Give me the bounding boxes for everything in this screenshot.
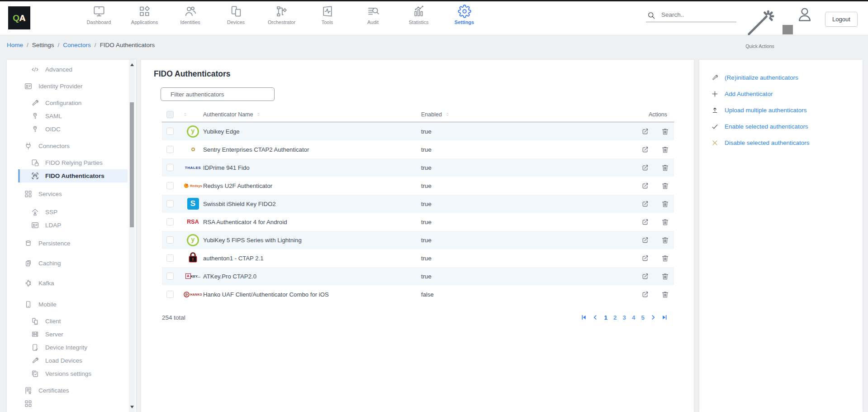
- open-detail-icon[interactable]: [641, 182, 650, 190]
- row-checkbox[interactable]: [166, 273, 174, 280]
- nav-item-statistics[interactable]: Statistics: [396, 5, 441, 25]
- logout-button[interactable]: Logout: [825, 12, 858, 27]
- open-detail-icon[interactable]: [641, 272, 650, 281]
- sidebar-item-load-devices[interactable]: Load Devices: [7, 354, 136, 367]
- pagination-last-icon[interactable]: [661, 314, 668, 321]
- select-all-checkbox[interactable]: [166, 111, 174, 118]
- sidebar-item-ldap[interactable]: LDAP: [7, 219, 136, 232]
- scroll-down-arrow-icon[interactable]: [130, 406, 134, 408]
- brand-logo[interactable]: QA: [8, 6, 30, 29]
- delete-icon[interactable]: [661, 127, 669, 136]
- sidebar-item-kafka[interactable]: Kafka: [7, 277, 136, 290]
- action-link-label: Add Authenticator: [725, 91, 773, 97]
- sidebar-item-device-integrity[interactable]: Device Integrity: [7, 341, 136, 354]
- pagination-page-5[interactable]: 5: [640, 314, 645, 321]
- sort-icon[interactable]: [183, 111, 188, 118]
- delete-icon[interactable]: [661, 290, 669, 299]
- nav-item-identities[interactable]: Identities: [167, 5, 213, 25]
- action-link-label: Enable selected authenticators: [725, 123, 808, 130]
- column-header-name[interactable]: Authenticator Name: [203, 111, 421, 118]
- sidebar-item-versions-settings[interactable]: Versions settings: [7, 367, 136, 380]
- sidebar-item-services[interactable]: Services: [7, 187, 136, 201]
- open-detail-icon[interactable]: [641, 290, 650, 299]
- authenticator-name: ATKey.Pro CTAP2.0: [203, 273, 421, 280]
- breadcrumb-home[interactable]: Home: [7, 42, 23, 48]
- sidebar-item-fido-authenticators[interactable]: FIDO Authenticators: [18, 169, 128, 182]
- delete-icon[interactable]: [661, 145, 669, 154]
- sidebar-item-server[interactable]: Server: [7, 328, 136, 341]
- sidebar-item-label: Certificates: [38, 387, 69, 394]
- sidebar-item-ssp[interactable]: SSP: [7, 206, 136, 219]
- nav-item-applications[interactable]: Applications: [122, 5, 167, 25]
- row-checkbox[interactable]: [166, 218, 174, 225]
- sidebar-item-label: SSP: [45, 209, 57, 216]
- row-checkbox[interactable]: [166, 128, 174, 135]
- delete-icon[interactable]: [661, 200, 669, 208]
- sidebar-scrollbar[interactable]: [129, 60, 135, 412]
- pagination-prev-icon[interactable]: [592, 314, 599, 321]
- flag-placeholder[interactable]: [783, 25, 793, 34]
- scroll-up-arrow-icon[interactable]: [130, 63, 134, 66]
- nav-item-orchestrator[interactable]: Orchestrator: [259, 5, 304, 25]
- sidebar-item-fido-relying-parties[interactable]: FIDO Relying Parties: [7, 156, 136, 169]
- pagination-page-2[interactable]: 2: [612, 314, 618, 321]
- sidebar-item-connectors[interactable]: Connectors: [7, 139, 136, 153]
- delete-icon[interactable]: [661, 272, 669, 281]
- open-detail-icon[interactable]: [641, 236, 650, 244]
- enabled-value: true: [421, 255, 641, 262]
- row-checkbox[interactable]: [166, 146, 174, 153]
- scrollbar-thumb[interactable]: [130, 102, 134, 227]
- sidebar-item-item[interactable]: [7, 397, 136, 410]
- open-detail-icon[interactable]: [641, 163, 650, 172]
- search-input[interactable]: [646, 9, 736, 22]
- sidebar-item-advanced[interactable]: Advanced: [7, 63, 136, 76]
- open-detail-icon[interactable]: [641, 145, 650, 154]
- breadcrumb-conectors[interactable]: Conectors: [63, 42, 91, 48]
- pagination-first-icon[interactable]: [580, 314, 588, 321]
- sidebar-item-configuration[interactable]: Configuration: [7, 96, 136, 110]
- nav-item-audit[interactable]: Audit: [350, 5, 396, 25]
- open-detail-icon[interactable]: [641, 218, 650, 226]
- row-checkbox[interactable]: [166, 182, 174, 189]
- breadcrumb-fido-authenticators: FIDO Authenticators: [100, 42, 155, 48]
- sidebar-item-saml[interactable]: SAML: [7, 110, 136, 123]
- pagination-next-icon[interactable]: [650, 314, 657, 321]
- pagination-page-4[interactable]: 4: [631, 314, 636, 321]
- action-link-disable-selected-authenticators[interactable]: Disable selected authenticators: [711, 134, 863, 151]
- authenton-logo: [188, 252, 198, 264]
- sidebar-item-oidc[interactable]: OIDC: [7, 123, 136, 136]
- sidebar-item-persistence[interactable]: Persistence: [7, 237, 136, 250]
- delete-icon[interactable]: [661, 163, 669, 172]
- delete-icon[interactable]: [661, 218, 669, 226]
- sidebar-item-mobile[interactable]: Mobile: [7, 298, 136, 311]
- delete-icon[interactable]: [661, 254, 669, 263]
- sidebar-item-client[interactable]: Client: [7, 315, 136, 328]
- quick-actions-button[interactable]: Quick Actions: [743, 6, 777, 49]
- nav-item-tools[interactable]: Tools: [304, 5, 350, 25]
- action-link-re-initialize-authenticators[interactable]: (Re)initialize authenticators: [711, 69, 863, 86]
- sidebar-item-identity-provider[interactable]: Identity Provider: [7, 80, 136, 93]
- row-checkbox[interactable]: [166, 200, 174, 207]
- action-link-upload-multiple-authenticators[interactable]: Upload multiple authenticators: [711, 102, 863, 118]
- pagination-page-3[interactable]: 3: [621, 314, 627, 321]
- sidebar-item-certificates[interactable]: Certificates: [7, 384, 136, 397]
- delete-icon[interactable]: [661, 182, 669, 190]
- nav-item-dashboard[interactable]: Dashboard: [76, 5, 122, 25]
- open-detail-icon[interactable]: [641, 127, 650, 136]
- delete-icon[interactable]: [661, 236, 669, 244]
- nav-item-settings[interactable]: Settings: [441, 5, 487, 25]
- filter-input[interactable]: [161, 87, 275, 101]
- column-header-enabled[interactable]: Enabled: [421, 111, 641, 118]
- open-detail-icon[interactable]: [641, 254, 650, 263]
- action-link-enable-selected-authenticators[interactable]: Enable selected authenticators: [711, 118, 863, 134]
- row-checkbox[interactable]: [166, 236, 174, 244]
- open-detail-icon[interactable]: [641, 200, 650, 208]
- user-avatar-icon[interactable]: [796, 5, 813, 24]
- row-checkbox[interactable]: [166, 254, 174, 262]
- row-checkbox[interactable]: [166, 291, 174, 298]
- action-link-add-authenticator[interactable]: Add Authenticator: [711, 86, 863, 102]
- row-checkbox[interactable]: [166, 164, 174, 171]
- pagination-page-1[interactable]: 1: [603, 314, 608, 321]
- sidebar-item-caching[interactable]: Caching: [7, 257, 136, 270]
- nav-item-devices[interactable]: Devices: [213, 5, 259, 25]
